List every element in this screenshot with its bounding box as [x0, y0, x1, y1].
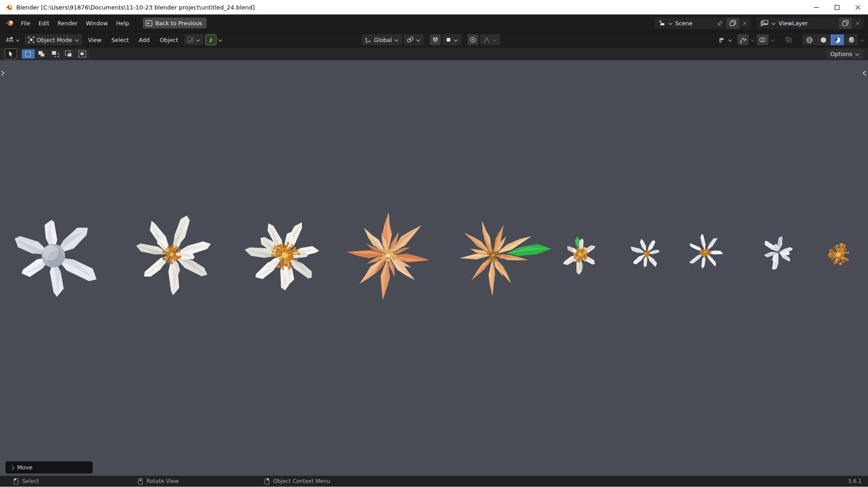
- flower-white-stamens-big[interactable]: [245, 222, 319, 290]
- chevron-down-icon: [394, 38, 399, 42]
- select-mode-group: [22, 49, 89, 59]
- overlays-icon: [759, 37, 766, 43]
- viewlayer-selector: ViewLayer ×: [757, 18, 863, 29]
- chevron-down-icon: [492, 38, 497, 42]
- menu-file[interactable]: File: [17, 18, 34, 28]
- shading-solid-button[interactable]: [816, 34, 830, 45]
- operator-panel-move[interactable]: Move: [5, 461, 93, 474]
- menu-window[interactable]: Window: [82, 18, 112, 28]
- viewlayer-new-copy-button[interactable]: [839, 18, 852, 29]
- snap-to-dropdown[interactable]: [443, 34, 461, 45]
- orientation-label: Global: [374, 37, 392, 43]
- menu-select[interactable]: Select: [107, 35, 133, 45]
- show-overlays-toggle[interactable]: [757, 34, 769, 45]
- flowers-scene: [0, 60, 868, 476]
- active-tool-select-box[interactable]: [5, 48, 17, 59]
- flower-orange-large[interactable]: [347, 212, 429, 300]
- viewport-header-center: Global: [362, 32, 500, 47]
- mode-dropdown[interactable]: Object Mode: [25, 34, 82, 45]
- flower-rose-small[interactable]: [563, 236, 595, 275]
- shading-material-preview-button[interactable]: [830, 34, 844, 45]
- scene-icon: [658, 20, 665, 26]
- viewlayer-browse-dropdown[interactable]: ViewLayer: [757, 18, 839, 29]
- select-mode-invert[interactable]: [62, 49, 76, 59]
- curves-tool-dropdown[interactable]: [205, 34, 217, 45]
- flower-blossom-small[interactable]: [689, 234, 723, 268]
- proportional-circle-icon: [470, 37, 476, 43]
- proportional-editing-toggle[interactable]: [467, 34, 478, 45]
- toolbar-expand-chevron[interactable]: [0, 69, 5, 77]
- select-mode-subtract[interactable]: [49, 49, 62, 59]
- blender-logo-icon[interactable]: [5, 19, 14, 27]
- menu-add[interactable]: Add: [135, 35, 154, 45]
- chevron-down-icon: [770, 38, 775, 42]
- flower-bud-white[interactable]: [764, 236, 793, 270]
- chevron-down-icon: [75, 38, 79, 42]
- hint-rotate-view: Rotate View: [138, 476, 179, 487]
- snap-toggle[interactable]: [430, 34, 441, 45]
- chevron-down-icon: [218, 38, 222, 42]
- blender-app-icon: [5, 4, 13, 11]
- menu-object[interactable]: Object: [156, 35, 182, 45]
- maximize-button[interactable]: [826, 0, 847, 14]
- select-mode-set[interactable]: [22, 49, 35, 59]
- pin-icon[interactable]: [717, 20, 723, 26]
- hint-context-menu-label: Object Context Menu: [273, 478, 330, 484]
- xray-toggle[interactable]: [782, 34, 795, 45]
- hint-context-menu: Object Context Menu: [264, 476, 330, 487]
- back-to-previous-label: Back to Previous: [155, 20, 202, 27]
- scene-name: Scene: [675, 20, 714, 27]
- menu-help[interactable]: Help: [112, 18, 133, 28]
- shading-wireframe-button[interactable]: [802, 34, 816, 45]
- viewport-header-right: [714, 32, 864, 47]
- minimize-button[interactable]: [806, 0, 826, 14]
- scene-unlink-button[interactable]: ×: [739, 18, 751, 29]
- transform-orientation-dropdown[interactable]: Global: [362, 34, 402, 45]
- viewlayer-remove-button[interactable]: ×: [852, 18, 863, 29]
- falloff-dropdown[interactable]: [184, 34, 203, 45]
- menu-edit[interactable]: Edit: [34, 18, 53, 28]
- options-label: Options: [830, 51, 852, 57]
- menu-view[interactable]: View: [84, 35, 106, 45]
- viewport-3d[interactable]: Move: [0, 60, 868, 476]
- flower-white-small[interactable]: [631, 239, 660, 267]
- chevron-down-icon: [453, 38, 458, 42]
- pivot-point-icon: [407, 37, 414, 43]
- chevron-down-icon: [855, 52, 859, 56]
- flower-stamen-cluster[interactable]: [828, 243, 849, 265]
- right-mouse-icon: [264, 478, 269, 485]
- falloff-bell-icon: [483, 37, 490, 43]
- sidebar-expand-chevron[interactable]: [862, 69, 867, 77]
- tool-options-dropdown[interactable]: Options: [826, 49, 863, 59]
- proportional-falloff-dropdown[interactable]: [480, 34, 500, 45]
- expand-panel-icon: [9, 465, 14, 470]
- window-titlebar: Blender [C:\Users\91876\Documents\11-10-…: [0, 0, 868, 14]
- editor-type-dropdown[interactable]: [3, 34, 23, 45]
- flower-white-stamens-small[interactable]: [136, 216, 211, 296]
- xray-icon: [785, 37, 792, 43]
- select-mode-intersect[interactable]: [76, 49, 89, 59]
- object-visibility-dropdown[interactable]: [714, 34, 736, 45]
- back-to-previous-button[interactable]: Back to Previous: [143, 18, 207, 28]
- chevron-down-icon: [860, 38, 864, 42]
- close-button[interactable]: [847, 0, 868, 14]
- topbar: File Edit Render Window Help Back to Pre…: [0, 14, 868, 32]
- viewlayer-name: ViewLayer: [778, 20, 835, 27]
- menu-render[interactable]: Render: [53, 18, 82, 28]
- scene-browse-dropdown[interactable]: Scene: [654, 18, 726, 29]
- operator-panel-label: Move: [17, 464, 33, 471]
- flower-orange-with-leaf[interactable]: [460, 221, 552, 296]
- viewport-shading-group: [802, 34, 858, 45]
- falloff-curve-icon: [187, 37, 193, 43]
- tool-settings-bar: Options: [0, 47, 868, 60]
- pivot-point-dropdown[interactable]: [404, 34, 424, 45]
- shading-rendered-button[interactable]: [844, 34, 858, 45]
- show-gizmos-toggle[interactable]: [737, 34, 749, 45]
- left-mouse-icon: [14, 478, 19, 485]
- select-mode-extend[interactable]: [35, 49, 49, 59]
- scene-viewlayer-area: Scene ×: [654, 18, 863, 29]
- flower-white-large[interactable]: [15, 220, 97, 297]
- window-title: Blender [C:\Users\91876\Documents\11-10-…: [16, 4, 255, 11]
- chevron-down-icon: [196, 38, 200, 42]
- scene-new-copy-button[interactable]: [726, 18, 739, 29]
